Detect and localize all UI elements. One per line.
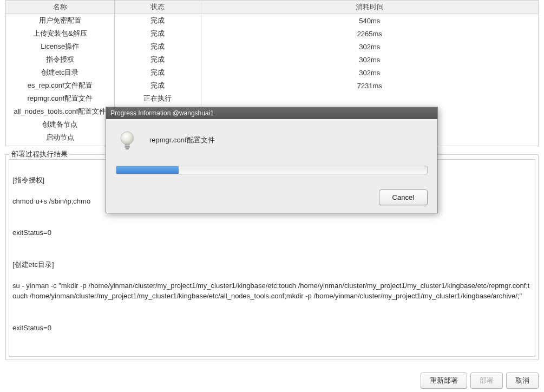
cell-name: 创建备节点 xyxy=(6,118,114,131)
svg-point-0 xyxy=(121,132,134,145)
cell-status: 完成 xyxy=(114,40,201,53)
svg-rect-3 xyxy=(126,148,129,149)
dialog-title: Progress Information @wangshuai1 xyxy=(106,107,437,119)
cell-time xyxy=(201,92,538,105)
cell-status: 完成 xyxy=(114,27,201,40)
cell-name: 用户免密配置 xyxy=(6,14,114,28)
lightbulb-icon xyxy=(116,129,139,152)
dialog-footer: Cancel xyxy=(116,190,428,205)
cell-time: 7231ms xyxy=(201,79,538,92)
cell-status: 正在执行 xyxy=(114,92,201,105)
dialog-task-label: repmgr.conf配置文件 xyxy=(149,135,215,145)
cell-time: 2265ms xyxy=(201,27,538,40)
table-row[interactable]: 上传安装包&解压完成2265ms xyxy=(6,27,538,40)
cell-name: 指令授权 xyxy=(6,53,114,66)
cell-name: 启动节点 xyxy=(6,131,114,144)
col-header-time[interactable]: 消耗时间 xyxy=(201,1,538,14)
table-row[interactable]: es_rep.conf文件配置完成7231ms xyxy=(6,79,538,92)
cancel-button[interactable]: 取消 xyxy=(506,373,539,389)
table-row[interactable]: repmgr.conf配置文件正在执行 xyxy=(6,92,538,105)
dialog-body: repmgr.conf配置文件 Cancel xyxy=(106,119,437,213)
cell-status: 完成 xyxy=(114,79,201,92)
table-row[interactable]: 创建etc目录完成302ms xyxy=(6,66,538,79)
redeploy-button[interactable]: 重新部署 xyxy=(421,373,467,389)
deploy-button[interactable]: 部署 xyxy=(470,373,503,389)
cell-time: 540ms xyxy=(201,14,538,28)
dialog-cancel-button[interactable]: Cancel xyxy=(379,190,428,205)
progress-bar xyxy=(116,166,428,174)
cell-status: 完成 xyxy=(114,66,201,79)
svg-rect-2 xyxy=(124,146,129,148)
cell-time: 302ms xyxy=(201,53,538,66)
cell-name: License操作 xyxy=(6,40,114,53)
result-legend: 部署过程执行结果 xyxy=(9,149,70,159)
svg-rect-1 xyxy=(124,144,129,146)
table-row[interactable]: License操作完成302ms xyxy=(6,40,538,53)
table-header-row: 名称 状态 消耗时间 xyxy=(6,1,538,14)
cell-name: 上传安装包&解压 xyxy=(6,27,114,40)
col-header-name[interactable]: 名称 xyxy=(6,1,114,14)
cell-name: repmgr.conf配置文件 xyxy=(6,92,114,105)
dialog-header-row: repmgr.conf配置文件 xyxy=(116,129,428,152)
cell-name: 创建etc目录 xyxy=(6,66,114,79)
progress-dialog: Progress Information @wangshuai1 xyxy=(106,107,438,213)
cell-time: 302ms xyxy=(201,66,538,79)
progress-fill xyxy=(116,166,179,174)
cell-name: all_nodes_tools.conf配置文件 xyxy=(6,105,114,118)
bottom-button-bar: 重新部署 部署 取消 xyxy=(421,373,539,389)
table-row[interactable]: 指令授权完成302ms xyxy=(6,53,538,66)
cell-status: 完成 xyxy=(114,53,201,66)
cell-time: 302ms xyxy=(201,40,538,53)
col-header-status[interactable]: 状态 xyxy=(114,1,201,14)
cell-name: es_rep.conf文件配置 xyxy=(6,79,114,92)
main-panel: 名称 状态 消耗时间 用户免密配置完成540ms上传安装包&解压完成2265ms… xyxy=(0,0,544,392)
cell-status: 完成 xyxy=(114,14,201,28)
table-row[interactable]: 用户免密配置完成540ms xyxy=(6,14,538,28)
